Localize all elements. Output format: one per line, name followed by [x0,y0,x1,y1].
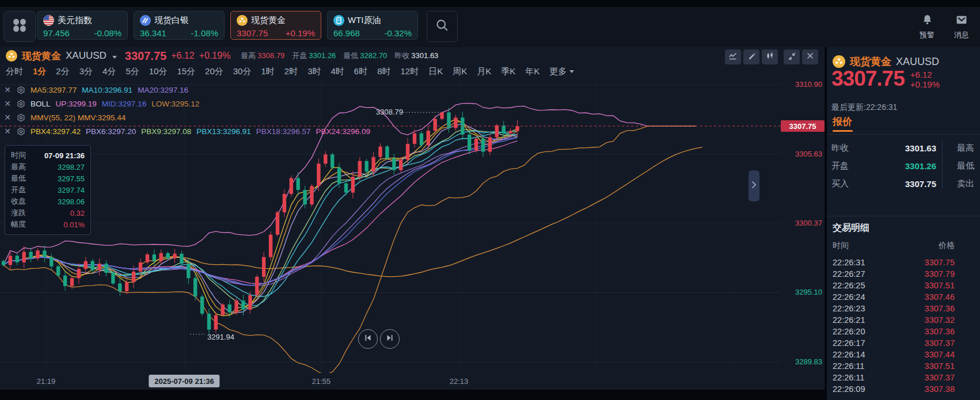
playback-next-button[interactable] [380,329,400,349]
indicator-value: PBX24:3296.09 [316,127,370,136]
timeframe-年K[interactable]: 年K [525,66,540,77]
timeframe-1时[interactable]: 1时 [261,66,274,77]
alerts-button[interactable]: 预警 [913,14,941,40]
timeframe-分时[interactable]: 分时 [6,66,23,77]
indicator-settings-icon[interactable] [17,86,25,94]
stat-label: 最低 [343,51,358,60]
indicator-value: MMV(55, 22) MMV:3295.44 [31,113,126,122]
timeframe-12时[interactable]: 12时 [401,66,419,77]
app-logo[interactable] [3,11,36,42]
indicator-settings-icon[interactable] [17,113,25,122]
skip-back-icon [364,334,372,344]
trade-row[interactable]: 22:26:113307.37 [833,372,955,383]
playback-prev-button[interactable] [358,329,378,349]
timeframe-8时[interactable]: 8时 [377,66,390,77]
indicator-settings-icon[interactable] [17,127,25,136]
chart-type-line-button[interactable] [725,49,741,64]
indicator-settings-icon[interactable] [17,100,25,108]
tab-quote[interactable]: 报价 [833,115,852,128]
instrument-price: 66.968 [333,28,360,38]
timeframe-20分[interactable]: 20分 [205,66,223,77]
timeframe-2分[interactable]: 2分 [56,66,69,77]
tooltip-label: 幅度 [11,219,26,230]
timeframe-4时[interactable]: 4时 [331,66,344,77]
draw-tool-button[interactable] [743,49,759,64]
quote-value: 3301.26 [861,161,936,171]
instrument-tab-oil-coin[interactable]: WTI原油66.968-0.32% [327,11,418,40]
remove-indicator-icon[interactable]: ✕ [3,113,12,122]
instrument-tab-gold-coin[interactable]: 现货黄金3307.75+0.19% [230,11,321,40]
trade-row[interactable]: 22:26:213307.32 [833,314,955,326]
trade-list[interactable]: 22:26:313307.7522:26:273307.7922:26:2533… [833,257,955,395]
timeframe-月K[interactable]: 月K [477,66,491,77]
timeframe-周K[interactable]: 周K [453,66,467,77]
timeframe-15分[interactable]: 15分 [177,66,195,77]
panel-expand-handle[interactable] [749,170,759,201]
instrument-tab-us-flag[interactable]: 美元指数97.456-0.08% [37,11,128,40]
stat-开盘: 开盘3301.26 [292,51,336,61]
trade-row[interactable]: 22:26:113307.51 [833,360,955,372]
trades-price-header: 价格 [939,241,955,251]
timeframe-3分[interactable]: 3分 [79,66,93,77]
gold-coin-icon [6,50,17,62]
timeframe-1分[interactable]: 1分 [33,66,46,77]
trade-row[interactable]: 22:26:273307.79 [833,268,955,280]
trade-price: 3307.32 [925,315,955,325]
trade-row[interactable]: 22:26:173307.37 [833,337,955,349]
trade-time: 22:26:25 [833,281,865,290]
timeframe-3时[interactable]: 3时 [307,66,321,77]
timeframe-季K[interactable]: 季K [501,66,515,77]
stat-最高: 最高3308.79 [241,51,284,61]
timeframe-6时[interactable]: 6时 [354,66,367,77]
search-button[interactable] [427,11,458,42]
timeframe-日K[interactable]: 日K [428,66,443,77]
instrument-tab-silver-coin[interactable]: 现货白银36.341-1.08% [134,11,225,40]
chart-type-candle-button[interactable] [762,49,778,64]
trade-price: 3307.51 [925,361,955,371]
trade-row[interactable]: 22:26:233307.36 [833,303,955,314]
time-tick: 22:13 [450,377,469,386]
messages-button[interactable]: 消息 [948,14,975,40]
trade-time: 22:26:24 [833,292,865,302]
tooltip-row-收盘: 收盘3298.06 [11,196,85,207]
symbol-dropdown[interactable] [111,51,117,61]
instrument-name: 现货白银 [154,15,189,26]
timeframe-more[interactable]: 更多 [549,66,574,77]
trade-time: 22:26:11 [833,361,864,371]
trade-row[interactable]: 22:26:243307.46 [833,291,955,303]
remove-indicator-icon[interactable]: ✕ [3,85,12,94]
time-tick: 21:19 [37,377,56,386]
skip-forward-icon [386,334,394,344]
remove-indicator-icon[interactable]: ✕ [3,99,12,108]
timeframe-4分[interactable]: 4分 [102,66,116,77]
pencil-icon [747,52,756,63]
stat-value: 3301.26 [309,51,336,60]
logo-icon [12,17,28,36]
time-axis[interactable]: 21:192025-07-09 21:3621:5522:13 [0,373,825,390]
timeframe-30分[interactable]: 30分 [233,66,252,77]
quote-panel: 现货黄金 XAUUSD 3307.75 +6.12 +0.19% 最后更新:22… [827,47,980,400]
trade-row[interactable]: 22:26:093307.38 [833,383,955,395]
trade-row[interactable]: 22:26:313307.75 [833,257,955,268]
timeframe-2时[interactable]: 2时 [284,66,298,77]
instrument-change-pct: -0.08% [94,28,121,38]
close-icon [806,52,814,62]
tooltip-value: 0.32 [70,209,85,218]
trade-row[interactable]: 22:26:143307.44 [833,349,955,360]
price-tick: 3295.10 [781,288,822,296]
tooltip-value: 3297.55 [58,174,85,183]
trade-row[interactable]: 22:26:203307.36 [833,326,955,337]
collapse-chart-button[interactable] [784,49,800,64]
timeframe-10分[interactable]: 10分 [149,66,168,77]
indicator-value: PBX9:3297.08 [141,127,191,136]
trade-time: 22:26:09 [833,384,865,394]
trade-row[interactable]: 22:26:253307.51 [833,280,955,291]
remove-indicator-icon[interactable]: ✕ [3,127,12,136]
timeframe-5分[interactable]: 5分 [126,66,139,77]
panel-change-pct: +0.19% [910,79,940,89]
price-tick: 3310.90 [781,80,822,89]
close-chart-button[interactable] [802,49,818,64]
tooltip-row-幅度: 幅度0.01% [11,219,85,230]
price-change: +6.12 [171,51,194,61]
trade-time: 22:26:23 [833,304,865,313]
